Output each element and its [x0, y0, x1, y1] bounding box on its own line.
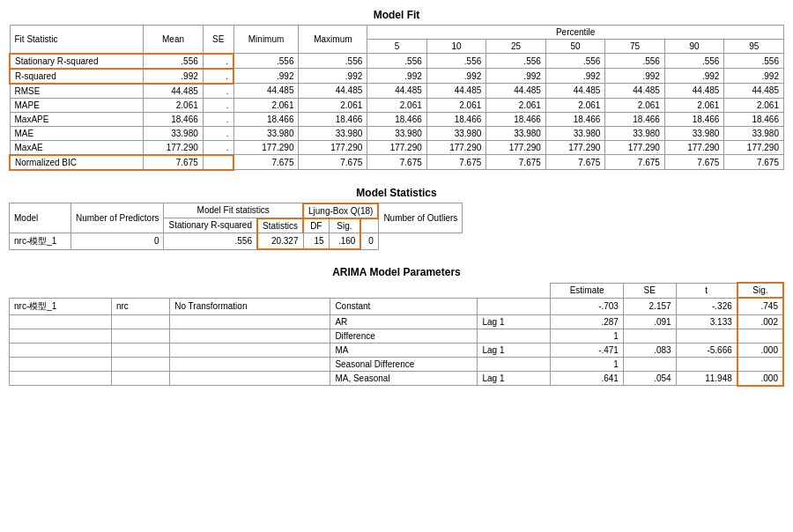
arima-se	[623, 329, 676, 343]
fit-stat-label: MaxAE	[10, 140, 144, 155]
arima-transform	[170, 343, 330, 357]
stationary-rsq-value: .556	[164, 233, 257, 249]
arima-lag	[478, 357, 551, 371]
fit-stat-label: Normalized BIC	[10, 155, 144, 170]
fit-stat-value: 18.466	[724, 112, 784, 126]
fit-stat-value: 44.485	[724, 84, 784, 99]
fit-stat-label: MAE	[10, 126, 144, 140]
p25-header: 25	[486, 40, 546, 54]
fit-stat-label: R-squared	[10, 69, 144, 84]
arima-transform: No Transformation	[170, 298, 330, 314]
fit-stat-value: 7.675	[486, 155, 546, 170]
num-outliers-header: Number of Outliers	[378, 203, 462, 233]
fit-stat-mean: .992	[144, 69, 204, 84]
ljung-stats-value: 20.327	[257, 233, 303, 249]
mean-header: Mean	[144, 26, 204, 54]
fit-stat-value: .556	[233, 54, 299, 69]
fit-stat-value: 7.675	[605, 155, 665, 170]
fit-stat-value: 177.290	[664, 140, 724, 155]
fit-stat-value: 44.485	[426, 84, 486, 99]
fit-stat-value: 44.485	[299, 84, 367, 99]
fit-stat-mean: 7.675	[144, 155, 204, 170]
sig-header: Sig.	[329, 218, 360, 233]
fit-stat-se: .	[203, 69, 233, 84]
arima-model-name: nrc-模型_1	[10, 298, 112, 314]
model-stats-section: Model Statistics Model Number of Predict…	[9, 187, 784, 251]
arima-sig: .000	[737, 371, 783, 386]
fit-stat-value: 33.980	[299, 126, 367, 140]
fit-stat-value: .556	[299, 54, 367, 69]
fit-stat-value: 2.061	[367, 98, 427, 112]
p90-header: 90	[664, 40, 724, 54]
fit-stat-value: 33.980	[664, 126, 724, 140]
arima-param: Difference	[330, 329, 478, 343]
arima-estimate: 1	[551, 357, 624, 371]
fit-stat-value: 18.466	[233, 112, 299, 126]
fit-stat-value: .992	[724, 69, 784, 84]
fit-stat-value: .556	[664, 54, 724, 69]
fit-stat-se: .	[203, 98, 233, 112]
fit-stat-value: 33.980	[486, 126, 546, 140]
arima-sig	[737, 357, 783, 371]
maximum-header: Maximum	[299, 26, 367, 54]
arima-se: 2.157	[623, 298, 676, 314]
fit-stat-value: 18.466	[545, 112, 605, 126]
arima-transform	[170, 371, 330, 386]
fit-stat-value: 7.675	[233, 155, 299, 170]
se-header: SE	[203, 26, 233, 54]
arima-estimate: .641	[551, 371, 624, 386]
fit-stat-value: 177.290	[486, 140, 546, 155]
fit-stat-value: 177.290	[605, 140, 665, 155]
fit-stat-se: .	[203, 140, 233, 155]
fit-stat-se: .	[203, 126, 233, 140]
fit-stat-se: .	[203, 112, 233, 126]
fit-stat-value: 18.466	[367, 112, 427, 126]
arima-param: Constant	[330, 298, 478, 314]
fit-stat-se: .	[203, 84, 233, 99]
fit-stat-value: 18.466	[486, 112, 546, 126]
fit-stat-value: .992	[545, 69, 605, 84]
fit-stat-mean: 2.061	[144, 98, 204, 112]
fit-stat-value: 2.061	[545, 98, 605, 112]
ljung-box-header: Ljung-Box Q(18)	[303, 203, 378, 218]
arima-param: Seasonal Difference	[330, 357, 478, 371]
fit-stat-value: 2.061	[299, 98, 367, 112]
model-fit-title: Model Fit	[9, 9, 784, 21]
fit-stat-label: Stationary R-squared	[10, 54, 144, 69]
fit-stat-value: 7.675	[367, 155, 427, 170]
fit-stat-value: 44.485	[545, 84, 605, 99]
estimate-header: Estimate	[551, 283, 624, 298]
fit-stat-value: 33.980	[724, 126, 784, 140]
fit-stat-mean: 33.980	[144, 126, 204, 140]
arima-se: .054	[623, 371, 676, 386]
fit-stat-value: 18.466	[426, 112, 486, 126]
arima-sub	[111, 371, 169, 386]
fit-stat-value: .992	[299, 69, 367, 84]
arima-sig	[737, 329, 783, 343]
fit-stat-mean: .556	[144, 54, 204, 69]
arima-se	[623, 357, 676, 371]
arima-estimate: -.703	[551, 298, 624, 314]
se-header-arima: SE	[623, 283, 676, 298]
fit-stat-value: 33.980	[233, 126, 299, 140]
model-stats-table: Model Number of Predictors Model Fit sta…	[9, 203, 463, 251]
arima-sig: .002	[737, 314, 783, 329]
p95-header: 95	[724, 40, 784, 54]
arima-model-name	[10, 343, 112, 357]
fit-stat-value: .556	[605, 54, 665, 69]
arima-params-table: Estimate SE t Sig. nrc-模型_1nrcNo Transfo…	[9, 282, 784, 387]
fit-stat-value: 33.980	[605, 126, 665, 140]
arima-sub: nrc	[111, 298, 169, 314]
fit-stat-value: .992	[233, 69, 299, 84]
arima-lag: Lag 1	[478, 371, 551, 386]
arima-t: -.326	[676, 298, 737, 314]
fit-stat-value: 44.485	[605, 84, 665, 99]
arima-estimate: 1	[551, 329, 624, 343]
arima-params-title: ARIMA Model Parameters	[9, 266, 784, 278]
model-fit-table: Fit Statistic Mean SE Minimum Maximum Pe…	[9, 25, 784, 171]
fit-stat-value: 44.485	[486, 84, 546, 99]
arima-estimate: .287	[551, 314, 624, 329]
fit-stat-value: 2.061	[426, 98, 486, 112]
arima-t: 11.948	[676, 371, 737, 386]
fit-stat-value: 44.485	[367, 84, 427, 99]
